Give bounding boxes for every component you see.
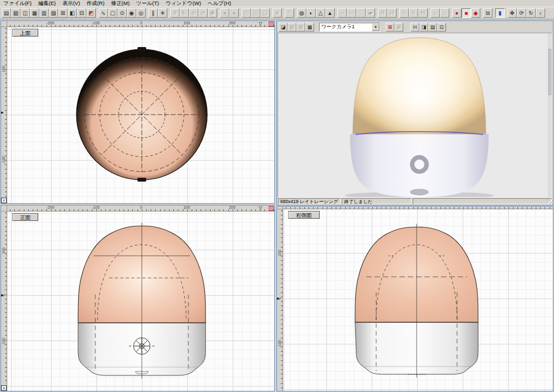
cone-solid-icon[interactable]: ▲ [325,8,335,18]
resize-grip[interactable] [547,199,552,204]
clear-buffer-icon[interactable]: ⊠ [394,23,403,32]
canvas-front-view[interactable]: 正面 [7,212,274,391]
handle-h2-icon[interactable]: H [387,8,397,18]
home-icon[interactable]: ⌂ [430,8,440,18]
ruler-pan-marker[interactable]: ▽ [259,21,262,27]
ruler-lock-icon[interactable] [269,206,274,211]
ruler-label: -100 [2,155,6,165]
image-window-icon[interactable]: ▨ [49,8,58,18]
disk-tool-icon[interactable]: ◎ [136,8,146,18]
menu-item-edit[interactable]: 編集(E) [36,0,60,7]
menu-item-create[interactable]: 作成(R) [84,0,109,7]
preview-icon[interactable]: ⊡ [437,23,446,32]
clear-image-icon[interactable]: ⊠ [386,23,394,32]
cylinder-primitive-icon[interactable]: ▮ [495,8,505,18]
ruler-label: 100 [2,64,6,74]
lightning-icon[interactable]: ϟ [399,8,409,18]
polyline-tool-icon[interactable]: ∿ [99,8,108,18]
ruler-pan-marker[interactable]: ▽ [259,205,262,211]
vertical-ruler-side[interactable]: 1000-100▶ [277,209,283,391]
print-icon[interactable]: ▤ [428,23,437,32]
layer-settings-icon[interactable]: ⊟ [77,8,86,18]
measure-window-icon[interactable]: ▥ [39,8,49,18]
render-abort-icon[interactable]: ⊠ [296,23,305,32]
dome-tool-icon[interactable]: ⌒ [356,8,366,18]
tab-side-view[interactable]: 右側面 [288,211,320,219]
plane-tool-icon[interactable]: ▱ [337,8,347,18]
arc-handle-icon[interactable]: ◜ [285,8,294,18]
dc-mode-icon[interactable]: ▫ [229,8,239,18]
circle-tool-icon[interactable]: ⊙ [117,8,127,18]
cone-wire-icon[interactable]: △ [316,8,325,18]
float-window-icon[interactable]: ◨ [419,23,428,32]
uv-mode-icon[interactable]: ▫ [220,8,229,18]
render-scrollbar[interactable] [548,33,552,197]
horizontal-ruler-front[interactable]: -200-1000100200▽ [7,205,274,212]
control-bar-icon[interactable]: ▦ [30,8,39,18]
blob-tool-icon[interactable]: ✳ [158,8,167,18]
menu-item-view[interactable]: 表示(V) [60,0,85,7]
ruler-lock-icon[interactable] [269,22,274,27]
tab-top-view[interactable]: 上面 [12,29,38,37]
chevron-down-icon[interactable]: ▼ [372,23,379,31]
canvas-top-view[interactable]: 上面 [7,27,274,203]
axis-badge[interactable]: X [1,385,7,391]
ruler-zero-marker[interactable]: ▶ [277,297,280,300]
horizontal-ruler-top[interactable]: -200-1000100200▽ [7,21,274,27]
ruler-zero-marker[interactable]: ▶ [1,293,4,297]
ruler-label: 0 [140,205,142,210]
pane-split-icon[interactable]: ◲ [260,8,270,18]
save-image-icon[interactable]: H [411,23,419,32]
pane-right-icon[interactable]: ◳ [251,8,260,18]
handle-h3-icon[interactable]: H [418,8,428,18]
mirror-copy-icon[interactable]: ⟳ [198,8,208,18]
handle-h-icon[interactable]: H [378,8,387,18]
link-copy-icon[interactable]: ⟲ [189,8,198,18]
camera-select[interactable]: ワークカメラ1 ▼ [319,23,380,32]
solid-render-icon[interactable]: ● [452,8,461,18]
lightning2-icon[interactable]: ϟ [409,8,418,18]
browser-window-icon[interactable]: ▤ [2,8,11,18]
tab-front-view[interactable]: 正面 [12,213,38,221]
rectangle-tool-icon[interactable]: ▢ [108,8,117,18]
vertical-ruler-front[interactable]: 1000-100▶X [1,212,7,391]
render-region-icon[interactable]: ▦ [305,23,314,32]
canvas-side-view[interactable]: 右側面 [283,209,553,391]
color-palette-icon[interactable]: ◩ [86,8,96,18]
render-options-icon[interactable]: ◪ [279,23,288,32]
ruler-zero-marker[interactable]: ▶ [1,111,4,114]
vertical-ruler-top[interactable]: 100-100▶Y [1,27,7,203]
move-view-icon[interactable]: ✥ [507,8,517,18]
scale-sphere-icon[interactable]: ◐ [306,8,316,18]
menu-item-tool[interactable]: ツール(T) [134,0,163,7]
menu-item-modify[interactable]: 修正(M) [109,0,134,7]
menu-item-window[interactable]: ウィンドウ(W) [163,0,206,7]
rotate-view-icon[interactable]: ⟳ [517,8,526,18]
textured-cube-icon[interactable]: ◆ [471,8,480,18]
duplicate-window-icon[interactable]: ⧉ [483,8,493,18]
spin-view-icon[interactable]: ↻ [526,8,536,18]
burst-select-icon[interactable]: ✳ [273,8,282,18]
render-area-icon[interactable]: ▨ [288,23,296,32]
undo-rotate-icon[interactable]: ↺ [170,8,179,18]
light-view-icon[interactable]: ♁ [536,8,545,18]
sphere-tool-icon[interactable]: ◉ [127,8,136,18]
pane-left-icon[interactable]: ◰ [242,8,251,18]
wire-cube-icon[interactable]: ■ [461,8,471,18]
home-delete-icon[interactable]: ⌂ [440,8,449,18]
rotate-sphere-icon[interactable]: ◍ [297,8,306,18]
script-window-icon[interactable]: ⊞ [58,8,68,18]
menu-item-help[interactable]: ヘルプ(H) [206,0,235,7]
axis-badge[interactable]: Y [1,198,7,203]
surface-window-icon[interactable]: ◧ [68,8,77,18]
hatch-tool-icon[interactable]: ∥ [148,8,158,18]
redo-rotate-icon[interactable]: ↻ [179,8,189,18]
plane-copy-icon[interactable]: ▭ [347,8,356,18]
scrollbar-thumb[interactable] [548,49,552,95]
plane-effect-icon[interactable]: ▰ [366,8,375,18]
array-copy-icon[interactable]: ✥ [208,8,217,18]
figure-window-icon[interactable]: ▧ [11,8,20,18]
menu-item-file[interactable]: ファイル(F) [1,0,36,7]
render-canvas[interactable] [278,33,552,198]
aggregate-palette-icon[interactable]: ◫ [20,8,30,18]
